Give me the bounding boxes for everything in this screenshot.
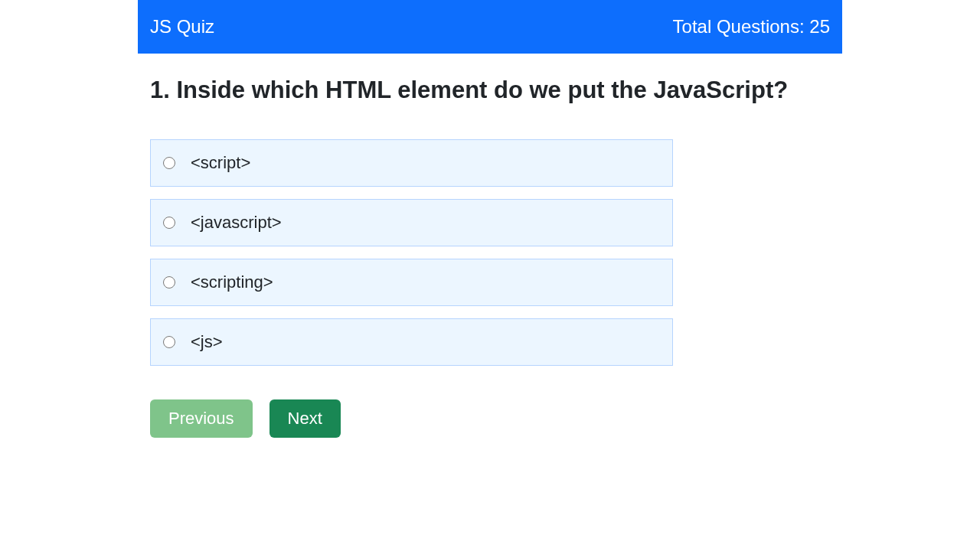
option-3-radio[interactable] <box>163 336 175 348</box>
question-text: 1. Inside which HTML element do we put t… <box>150 75 830 106</box>
option-1-label: <javascript> <box>191 213 282 233</box>
previous-button[interactable]: Previous <box>150 399 253 438</box>
option-0[interactable]: <script> <box>150 139 673 187</box>
next-button[interactable]: Next <box>270 399 341 438</box>
option-2-radio[interactable] <box>163 276 175 289</box>
options-list: <script> <javascript> <scripting> <js> <box>150 139 673 366</box>
option-3-label: <js> <box>191 332 223 352</box>
option-2[interactable]: <scripting> <box>150 259 673 306</box>
option-1[interactable]: <javascript> <box>150 199 673 246</box>
option-2-label: <scripting> <box>191 272 273 292</box>
option-1-radio[interactable] <box>163 217 175 229</box>
total-questions: Total Questions: 25 <box>673 16 830 37</box>
option-0-radio[interactable] <box>163 157 175 169</box>
option-3[interactable]: <js> <box>150 318 673 366</box>
quiz-header: JS Quiz Total Questions: 25 <box>138 0 842 54</box>
quiz-title: JS Quiz <box>150 16 214 37</box>
nav-buttons: Previous Next <box>150 399 830 438</box>
option-0-label: <script> <box>191 153 250 173</box>
